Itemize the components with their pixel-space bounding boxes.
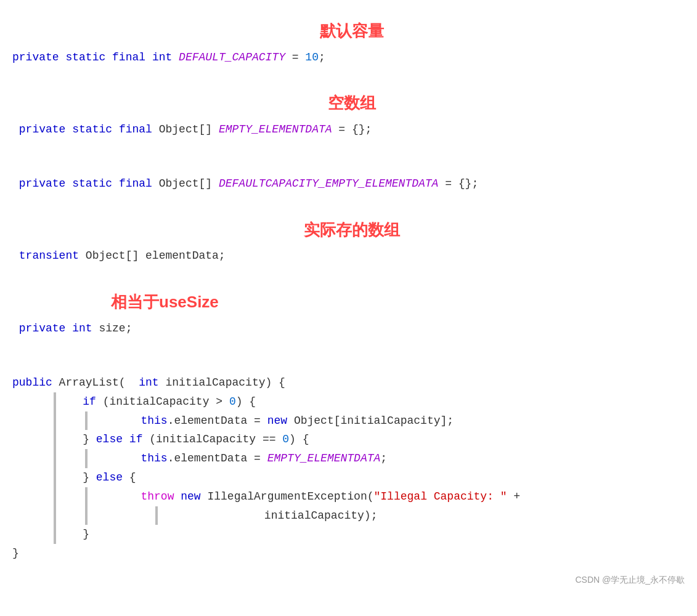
else-block: throw new IllegalArgumentException("Ille… xyxy=(56,487,691,525)
code-line-4: transient Object[] elementData; xyxy=(12,246,691,265)
kw-final-3: final xyxy=(119,177,152,190)
kw-static: static xyxy=(65,51,105,63)
kw-final-2: final xyxy=(119,123,152,136)
code-line-6: public ArrayList( int initialCapacity) { xyxy=(12,373,691,392)
kw-int-6: int xyxy=(139,376,158,389)
code-line-8: this.elementData = new Object[initialCap… xyxy=(88,411,454,431)
annotation-actual-array: 实际存的数组 xyxy=(12,217,691,243)
var-empty-elementdata: EMPTY_ELEMENTDATA xyxy=(219,123,332,136)
kw-public: public xyxy=(12,376,52,389)
code-container: 默认容量 private static final int DEFAULT_CA… xyxy=(0,0,697,593)
kw-this-2: this xyxy=(141,452,167,464)
kw-new-2: new xyxy=(181,490,200,503)
code-line-10: this.elementData = EMPTY_ELEMENTDATA; xyxy=(88,449,387,468)
code-line-2: private static final Object[] EMPTY_ELEM… xyxy=(12,120,691,139)
inner-if-content: this.elementData = new Object[initialCap… xyxy=(88,411,454,431)
code-line-11: } else { xyxy=(56,468,691,487)
code-line-5: private int size; xyxy=(12,319,691,338)
var-defaultcap-empty: DEFAULTCAPACITY_EMPTY_ELEMENTDATA xyxy=(219,177,438,190)
kw-new-1: new xyxy=(267,415,287,427)
watermark: CSDN @学无止境_永不停歇 xyxy=(575,573,685,586)
kw-if-2: if xyxy=(129,433,143,445)
kw-this-1: this xyxy=(141,415,167,427)
kw-transient: transient xyxy=(19,249,79,262)
code-line-7: if (initialCapacity > 0) { xyxy=(56,392,691,411)
number-0-a: 0 xyxy=(229,395,236,408)
code-line-13: initialCapacity); xyxy=(158,506,377,525)
kw-int-5: int xyxy=(72,322,92,334)
throw-continuation: initialCapacity); xyxy=(158,506,377,525)
code-line-15: } xyxy=(12,544,691,563)
string-illegal: "Illegal Capacity: " xyxy=(374,490,507,503)
kw-if: if xyxy=(83,395,96,408)
else-if-block: this.elementData = EMPTY_ELEMENTDATA; xyxy=(56,449,691,468)
code-line-14: } xyxy=(56,525,691,544)
annotation-use-size: 相当于useSize xyxy=(12,290,691,315)
throw-continuation-wrapper: initialCapacity); xyxy=(88,506,520,525)
code-line-9: } else if (initialCapacity == 0) { xyxy=(56,430,691,449)
inner-if-block: this.elementData = new Object[initialCap… xyxy=(56,411,691,431)
else-content: throw new IllegalArgumentException("Ille… xyxy=(88,487,520,525)
code-line-3: private static final Object[] DEFAULTCAP… xyxy=(12,174,691,193)
if-block-wrapper: if (initialCapacity > 0) { this.elementD… xyxy=(12,392,691,544)
kw-static-3: static xyxy=(72,177,112,190)
number-10: 10 xyxy=(305,51,319,63)
kw-private: private xyxy=(12,51,59,63)
number-0-b: 0 xyxy=(282,433,289,445)
kw-private-2: private xyxy=(19,123,66,136)
code-line-12: throw new IllegalArgumentException("Ille… xyxy=(88,487,520,506)
annotation-default-capacity: 默认容量 xyxy=(12,18,691,44)
kw-throw: throw xyxy=(141,490,174,503)
kw-static-2: static xyxy=(72,123,112,136)
var-empty-ref: EMPTY_ELEMENTDATA xyxy=(267,452,381,464)
kw-int: int xyxy=(152,51,172,63)
kw-else-2: else xyxy=(96,471,123,484)
kw-private-5: private xyxy=(19,322,66,334)
kw-private-3: private xyxy=(19,177,66,190)
var-default-capacity: DEFAULT_CAPACITY xyxy=(179,51,285,63)
else-if-content: this.elementData = EMPTY_ELEMENTDATA; xyxy=(88,449,387,468)
kw-final: final xyxy=(112,51,145,63)
kw-else-1: else xyxy=(96,433,123,445)
annotation-empty-array: 空数组 xyxy=(12,91,691,116)
code-line-1: private static final int DEFAULT_CAPACIT… xyxy=(12,48,691,67)
if-block-content: if (initialCapacity > 0) { this.elementD… xyxy=(56,392,691,544)
